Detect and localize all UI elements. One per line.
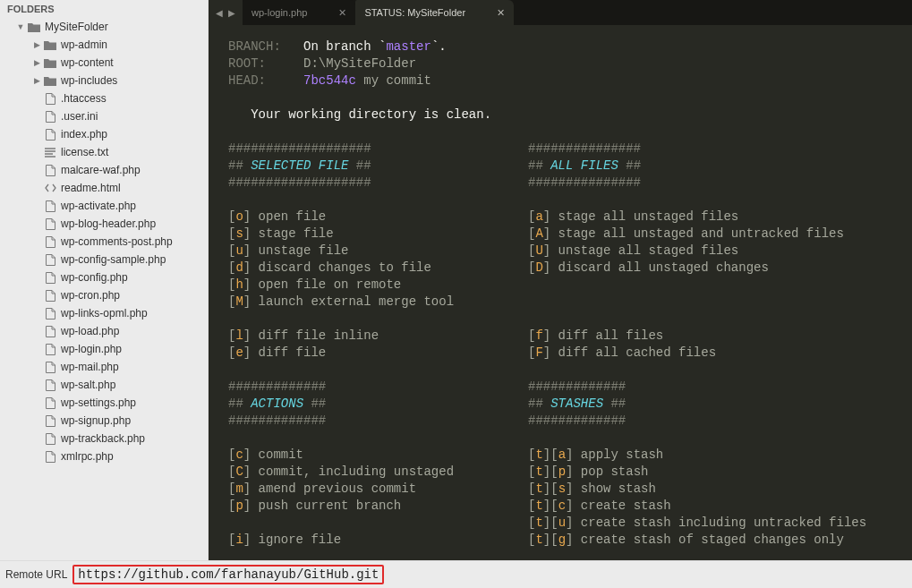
tree-file[interactable]: wp-settings.php [0, 394, 208, 412]
tree-file[interactable]: .htaccess [0, 89, 208, 107]
folders-sidebar: FOLDERS ▼MySiteFolder▶wp-admin▶wp-conten… [0, 0, 209, 560]
editor-content: BRANCH: On branch `master`. ROOT: D:\MyS… [209, 25, 912, 560]
tree-file[interactable]: wp-activate.php [0, 197, 208, 215]
editor-pane: ◀ ▶ wp-login.php✕STATUS: MySiteFolder✕ B… [209, 0, 912, 560]
tree-file[interactable]: index.php [0, 125, 208, 143]
nav-right-icon[interactable]: ▶ [228, 8, 235, 18]
tree-item-label: wp-config-sample.php [61, 253, 166, 266]
tree-file[interactable]: wp-blog-header.php [0, 215, 208, 233]
tree-item-label: wp-admin [61, 38, 107, 51]
file-icon [43, 235, 57, 248]
file-icon [43, 164, 57, 176]
file-icon [43, 414, 57, 427]
remote-url-input[interactable]: https://github.com/farhanayub/GitHub.git [72, 565, 384, 584]
tree-file[interactable]: wp-signup.php [0, 412, 208, 430]
file-icon [43, 361, 57, 373]
file-icon [43, 325, 57, 337]
file-icon [43, 271, 57, 284]
file-icon [43, 450, 57, 463]
file-icon [43, 343, 57, 355]
tree-root[interactable]: ▼MySiteFolder [0, 18, 208, 36]
tree-item-label: wp-trackback.php [61, 432, 145, 445]
tree-item-label: wp-includes [61, 74, 117, 87]
remote-url-label: Remote URL [5, 568, 67, 581]
close-icon[interactable]: ✕ [497, 7, 505, 19]
tree-file[interactable]: wp-salt.php [0, 376, 208, 394]
status-bar: Remote URL https://github.com/farhanayub… [0, 560, 912, 588]
tree-file[interactable]: license.txt [0, 143, 208, 161]
folder-icon [27, 21, 41, 33]
tab-nav-arrows[interactable]: ◀ ▶ [209, 0, 243, 25]
tree-item-label: wp-comments-post.php [61, 235, 173, 248]
folders-heading: FOLDERS [0, 0, 208, 18]
tree-file[interactable]: wp-load.php [0, 322, 208, 340]
file-icon [43, 379, 57, 391]
file-icon [43, 200, 57, 212]
folder-icon [43, 38, 57, 51]
file-icon [43, 432, 57, 445]
file-icon [43, 128, 57, 141]
tab-label: wp-login.php [251, 7, 307, 18]
tree-file[interactable]: wp-login.php [0, 340, 208, 358]
chevron-right-icon: ▶ [32, 40, 41, 49]
tree-item-label: wp-config.php [61, 271, 128, 284]
tree-file[interactable]: wp-comments-post.php [0, 233, 208, 251]
tree-item-label: .user.ini [61, 110, 98, 123]
file-icon [43, 182, 57, 194]
tree-item-label: wp-salt.php [61, 379, 115, 391]
file-icon [43, 217, 57, 230]
tree-folder[interactable]: ▶wp-content [0, 54, 208, 72]
file-icon [43, 307, 57, 320]
tree-item-label: license.txt [61, 146, 108, 158]
folder-icon [43, 74, 57, 87]
file-icon [43, 289, 57, 302]
file-icon [43, 396, 57, 409]
tree-item-label: readme.html [61, 182, 121, 194]
tree-item-label: malcare-waf.php [61, 164, 141, 176]
tree-file[interactable]: readme.html [0, 179, 208, 197]
tree-item-label: wp-activate.php [61, 200, 136, 212]
tab-bar: ◀ ▶ wp-login.php✕STATUS: MySiteFolder✕ [209, 0, 912, 25]
close-icon[interactable]: ✕ [338, 7, 346, 19]
tree-item-label: wp-login.php [61, 343, 122, 355]
tree-item-label: wp-cron.php [61, 289, 120, 302]
file-icon [43, 146, 57, 158]
chevron-down-icon: ▼ [16, 22, 25, 31]
tree-item-label: index.php [61, 128, 107, 141]
tree-file[interactable]: wp-links-opml.php [0, 304, 208, 322]
tree-file[interactable]: .user.ini [0, 107, 208, 125]
tree-file[interactable]: wp-config.php [0, 268, 208, 286]
tree-item-label: wp-settings.php [61, 396, 136, 409]
tree-item-label: wp-content [61, 56, 114, 69]
tab-label: STATUS: MySiteFolder [364, 7, 465, 18]
tree-folder[interactable]: ▶wp-includes [0, 72, 208, 89]
tree-file[interactable]: malcare-waf.php [0, 161, 208, 179]
file-icon [43, 253, 57, 266]
file-icon [43, 92, 57, 105]
tree-file[interactable]: wp-trackback.php [0, 430, 208, 447]
tree-item-label: wp-links-opml.php [61, 307, 148, 320]
tree-item-label: wp-load.php [61, 325, 119, 337]
tree-file[interactable]: xmlrpc.php [0, 447, 208, 465]
chevron-right-icon: ▶ [32, 58, 41, 67]
tree-item-label: wp-blog-header.php [61, 217, 156, 230]
file-icon [43, 110, 57, 123]
tree-item-label: xmlrpc.php [61, 450, 114, 463]
editor-tab[interactable]: wp-login.php✕ [243, 0, 355, 25]
tree-file[interactable]: wp-mail.php [0, 358, 208, 376]
tree-item-label: wp-mail.php [61, 361, 119, 373]
tree-item-label: wp-signup.php [61, 414, 131, 427]
editor-tab[interactable]: STATUS: MySiteFolder✕ [355, 0, 514, 25]
chevron-right-icon: ▶ [32, 76, 41, 85]
nav-left-icon[interactable]: ◀ [216, 8, 223, 18]
tree-item-label: MySiteFolder [45, 21, 108, 33]
tree-file[interactable]: wp-cron.php [0, 286, 208, 304]
tree-folder[interactable]: ▶wp-admin [0, 36, 208, 54]
tree-item-label: .htaccess [61, 92, 107, 105]
folder-icon [43, 56, 57, 69]
tree-file[interactable]: wp-config-sample.php [0, 251, 208, 268]
